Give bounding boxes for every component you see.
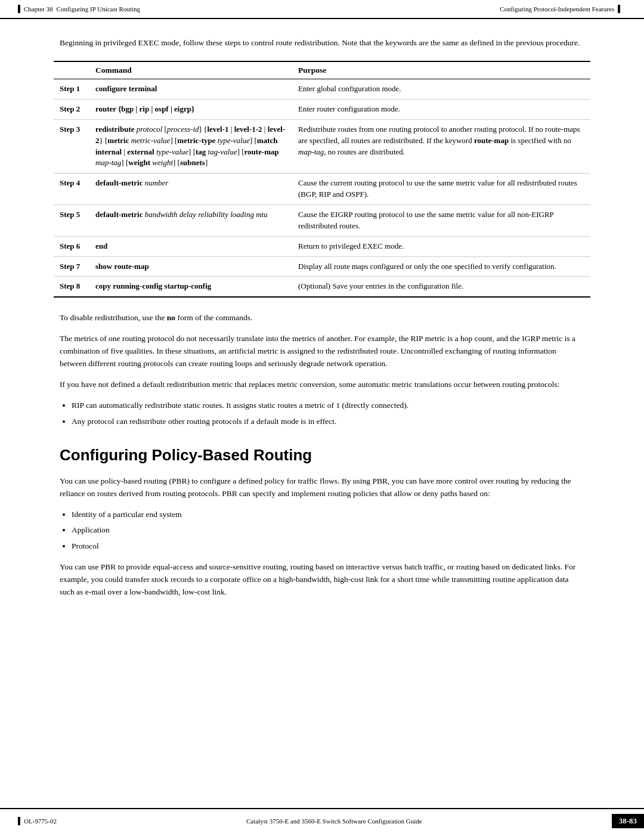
step-cell: Step 3 <box>54 119 89 173</box>
command-cell: redistribute protocol [process-id] {leve… <box>89 119 292 173</box>
step-cell: Step 1 <box>54 79 89 100</box>
col-step-header <box>54 61 89 79</box>
header-chapter-title: Configuring IP Unicast Routing <box>57 5 140 13</box>
step-cell: Step 7 <box>54 256 89 277</box>
purpose-cell: Return to privileged EXEC mode. <box>292 236 590 256</box>
purpose-cell: (Optional) Save your entries in the conf… <box>292 277 590 297</box>
footer-doc-id: OL-9775-02 <box>24 817 57 825</box>
page-footer: OL-9775-02 Catalyst 3750-E and 3560-E Sw… <box>0 808 644 833</box>
table-header-row: Command Purpose <box>54 61 590 79</box>
command-cell: show route-map <box>89 256 292 277</box>
header-right-title: Configuring Protocol-Independent Feature… <box>500 5 614 13</box>
body-para-2: The metrics of one routing protocol do n… <box>54 333 590 370</box>
intro-paragraph: Beginning in privileged EXEC mode, follo… <box>54 37 590 49</box>
footer-bar <box>18 817 20 825</box>
list-item: Protocol <box>72 540 590 553</box>
header-right-bar <box>618 5 620 13</box>
table-row: Step 2router {bgp | rip | ospf | eigrp}E… <box>54 100 590 120</box>
footer-center: Catalyst 3750-E and 3560-E Switch Softwa… <box>57 817 612 825</box>
body-para-1: To disable redistribution, use the no fo… <box>54 312 590 324</box>
step-cell: Step 5 <box>54 205 89 237</box>
footer-page: 38-83 <box>612 814 644 828</box>
main-content: Beginning in privileged EXEC mode, follo… <box>0 19 644 643</box>
section-body: You can use PBR to provide equal-access … <box>54 561 590 599</box>
header-left: Chapter 38 Configuring IP Unicast Routin… <box>18 5 140 13</box>
table-row: Step 1configure terminalEnter global con… <box>54 79 590 100</box>
bullet-list-1: RIP can automatically redistribute stati… <box>72 400 590 428</box>
table-row: Step 4default-metric numberCause the cur… <box>54 174 590 205</box>
section-intro: You can use policy-based routing (PBR) t… <box>54 475 590 500</box>
command-cell: default-metric bandwidth delay reliabili… <box>89 205 292 237</box>
purpose-cell: Redistribute routes from one routing pro… <box>292 119 590 173</box>
table-row: Step 5default-metric bandwidth delay rel… <box>54 205 590 237</box>
purpose-cell: Cause the EIGRP routing protocol to use … <box>292 205 590 237</box>
purpose-cell: Enter global configuration mode. <box>292 79 590 100</box>
list-item: Any protocol can redistribute other rout… <box>72 416 590 428</box>
step-cell: Step 4 <box>54 174 89 205</box>
header-chapter: Chapter 38 <box>24 5 53 13</box>
table-row: Step 6endReturn to privileged EXEC mode. <box>54 236 590 256</box>
list-item: Identity of a particular end system <box>72 509 590 521</box>
list-item: Application <box>72 524 590 537</box>
command-table: Command Purpose Step 1configure terminal… <box>54 61 590 298</box>
command-cell: configure terminal <box>89 79 292 100</box>
footer-left: OL-9775-02 <box>18 817 57 825</box>
table-row: Step 7show route-mapDisplay all route ma… <box>54 256 590 277</box>
purpose-cell: Enter router configuration mode. <box>292 100 590 120</box>
col-purpose-header: Purpose <box>292 61 590 79</box>
bullet-list-2: Identity of a particular end systemAppli… <box>72 509 590 553</box>
table-body: Step 1configure terminalEnter global con… <box>54 79 590 297</box>
col-command-header: Command <box>89 61 292 79</box>
page-header: Chapter 38 Configuring IP Unicast Routin… <box>0 0 644 19</box>
step-cell: Step 8 <box>54 277 89 297</box>
section-heading: Configuring Policy-Based Routing <box>54 446 590 465</box>
command-cell: copy running-config startup-config <box>89 277 292 297</box>
command-cell: default-metric number <box>89 174 292 205</box>
list-item: RIP can automatically redistribute stati… <box>72 400 590 412</box>
step-cell: Step 2 <box>54 100 89 120</box>
header-right: Configuring Protocol-Independent Feature… <box>500 5 620 13</box>
header-left-bar <box>18 5 20 13</box>
purpose-cell: Cause the current routing protocol to us… <box>292 174 590 205</box>
table-row: Step 8copy running-config startup-config… <box>54 277 590 297</box>
command-cell: end <box>89 236 292 256</box>
body-para-3: If you have not defined a default redist… <box>54 379 590 391</box>
command-cell: router {bgp | rip | ospf | eigrp} <box>89 100 292 120</box>
purpose-cell: Display all route maps configured or onl… <box>292 256 590 277</box>
step-cell: Step 6 <box>54 236 89 256</box>
table-row: Step 3redistribute protocol [process-id]… <box>54 119 590 173</box>
